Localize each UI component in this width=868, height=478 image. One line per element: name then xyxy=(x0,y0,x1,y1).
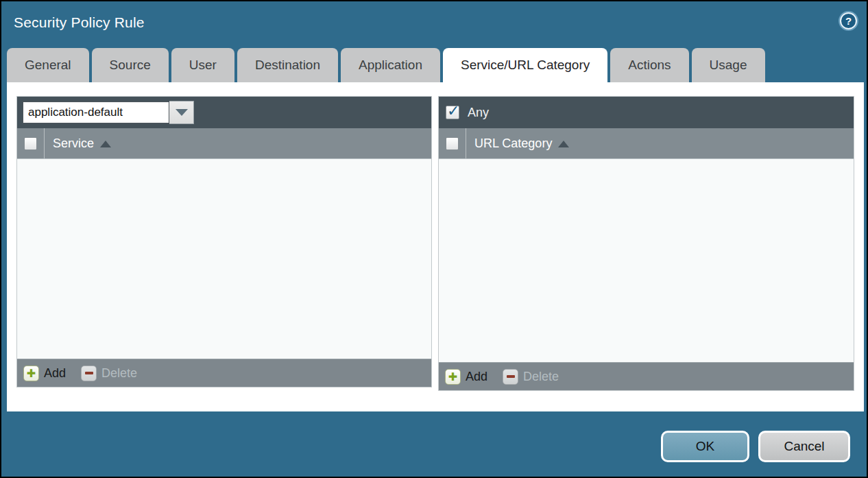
tab-source[interactable]: Source xyxy=(92,48,169,82)
tab-actions[interactable]: Actions xyxy=(610,48,688,82)
url-category-select-all-cell xyxy=(439,128,466,158)
service-select-all-cell xyxy=(17,128,45,158)
service-type-select[interactable] xyxy=(23,101,169,123)
service-type-select-arrow-button[interactable] xyxy=(169,101,194,124)
tab-content-sheet: Service ✚ Add Delete Any xyxy=(7,82,864,411)
add-plus-icon: ✚ xyxy=(23,366,39,381)
url-category-panel: Any URL Category ✚ Add Delete xyxy=(438,96,854,391)
tab-destination[interactable]: Destination xyxy=(237,48,338,82)
service-column-label: Service xyxy=(53,136,94,151)
sort-ascending-icon xyxy=(100,141,111,147)
help-glyph: ? xyxy=(845,15,852,27)
tab-service-url-category[interactable]: Service/URL Category xyxy=(443,48,607,82)
any-checkbox-label: Any xyxy=(468,106,489,120)
url-category-delete-button[interactable]: Delete xyxy=(503,369,559,385)
url-category-select-all-checkbox[interactable] xyxy=(446,137,459,150)
delete-button-label: Delete xyxy=(101,366,137,381)
minus-bar xyxy=(85,372,93,374)
add-button-label: Add xyxy=(44,366,66,381)
service-footer-bar: ✚ Add Delete xyxy=(17,359,431,387)
tab-user[interactable]: User xyxy=(171,48,234,82)
delete-minus-icon xyxy=(503,369,518,385)
tab-application[interactable]: Application xyxy=(341,48,440,82)
url-category-column-label: URL Category xyxy=(474,136,552,151)
url-category-grid-body xyxy=(439,159,854,362)
help-icon[interactable]: ? xyxy=(840,12,857,29)
any-checkbox[interactable] xyxy=(446,106,459,119)
service-type-toolbar xyxy=(17,97,431,128)
service-grid-body xyxy=(17,159,431,359)
url-category-column-header[interactable]: URL Category xyxy=(474,136,569,151)
url-category-add-button[interactable]: ✚ Add xyxy=(445,369,487,385)
service-grid-header: Service xyxy=(17,128,431,159)
service-panel: Service ✚ Add Delete xyxy=(16,96,432,387)
cancel-button[interactable]: Cancel xyxy=(758,431,850,462)
sort-ascending-icon xyxy=(558,141,569,147)
url-category-footer-bar: ✚ Add Delete xyxy=(439,362,854,390)
tab-bar: General Source User Destination Applicat… xyxy=(7,48,765,82)
service-select-all-checkbox[interactable] xyxy=(24,137,37,150)
tab-general[interactable]: General xyxy=(7,48,89,82)
service-add-button[interactable]: ✚ Add xyxy=(23,366,66,381)
service-column-header[interactable]: Service xyxy=(53,136,111,151)
add-plus-icon: ✚ xyxy=(445,369,461,385)
security-policy-rule-dialog: { "window": { "title": "Security Policy … xyxy=(0,0,868,478)
dialog-title: Security Policy Rule xyxy=(14,14,145,31)
tab-usage[interactable]: Usage xyxy=(692,48,765,82)
chevron-down-icon xyxy=(176,109,188,116)
url-category-grid-header: URL Category xyxy=(439,128,854,159)
ok-button[interactable]: OK xyxy=(661,431,749,462)
service-delete-button[interactable]: Delete xyxy=(81,366,137,381)
delete-minus-icon xyxy=(81,366,97,381)
add-button-label: Add xyxy=(466,370,487,384)
delete-button-label: Delete xyxy=(523,370,559,384)
minus-bar xyxy=(507,375,515,378)
url-category-any-toolbar: Any xyxy=(439,97,854,128)
